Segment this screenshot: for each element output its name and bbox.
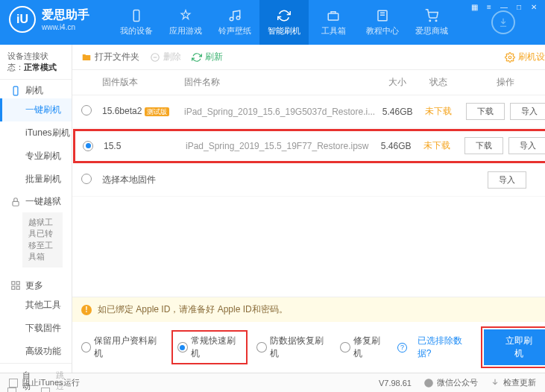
firmware-size: 5.46GB [375, 107, 420, 117]
download-button[interactable]: 下载 [464, 137, 503, 154]
mode-normal-flash[interactable]: 常规快速刷机 [173, 332, 246, 363]
book-icon [375, 8, 390, 23]
sidebar-item-pro-flash[interactable]: 专业刷机 [0, 145, 72, 168]
lock-icon [10, 197, 21, 207]
import-button[interactable]: 导入 [510, 103, 545, 120]
wechat-icon [423, 378, 434, 388]
sidebar-item-advanced[interactable]: 高级功能 [0, 340, 72, 363]
row-radio[interactable] [81, 174, 92, 184]
mode-anti-recovery[interactable]: 防数据恢复刷机 [256, 335, 330, 360]
sidebar-group-flash[interactable]: 刷机 [0, 80, 72, 98]
nav-toolbox[interactable]: 工具箱 [309, 0, 358, 45]
check-update-link[interactable]: 检查更新 [490, 377, 536, 388]
cart-icon [424, 8, 439, 23]
nav-label: 工具箱 [321, 25, 346, 37]
firmware-row-selected[interactable]: 15.5 iPad_Spring_2019_15.5_19F77_Restore… [74, 130, 545, 162]
update-icon [490, 378, 500, 388]
firmware-size: 5.46GB [374, 141, 418, 151]
settings-icon[interactable]: ≡ [482, 1, 496, 12]
version-label: V7.98.61 [379, 379, 412, 388]
help-icon[interactable]: ? [397, 343, 407, 353]
sidebar-group-more[interactable]: 更多 [0, 275, 72, 294]
logo-icon: iU [9, 6, 36, 33]
nav-tutorials[interactable]: 教程中心 [358, 0, 407, 45]
th-status: 状态 [420, 76, 457, 89]
firmware-name: iPad_Spring_2019_15.6_19G5037d_Restore.i… [184, 107, 375, 117]
sidebar-item-batch-flash[interactable]: 批量刷机 [0, 168, 72, 191]
flash-now-button[interactable]: 立即刷机 [484, 329, 545, 365]
firmware-status: 未下载 [418, 139, 456, 152]
svg-point-18 [508, 56, 511, 59]
sidebar-item-itunes-flash[interactable]: iTunes刷机 [0, 121, 72, 145]
sidebar-item-other-tools[interactable]: 其他工具 [0, 294, 72, 317]
maximize-button[interactable]: □ [512, 1, 526, 12]
apps-icon [178, 8, 193, 23]
auto-activate-checkbox[interactable] [7, 388, 16, 392]
open-folder-button[interactable]: 打开文件夹 [81, 51, 139, 63]
nav-store[interactable]: 爱思商城 [407, 0, 456, 45]
exclude-data-link[interactable]: 已选排除数据? [418, 335, 473, 360]
app-title: 爱思助手 [42, 7, 89, 23]
nav-label: 爱思商城 [415, 25, 448, 37]
download-button[interactable]: 下载 [466, 103, 505, 120]
nav-label: 教程中心 [366, 25, 399, 37]
grid-icon [10, 280, 21, 291]
svg-rect-0 [133, 10, 139, 22]
jailbreak-note: 越狱工具已转移至工具箱 [22, 212, 63, 268]
download-indicator[interactable] [491, 10, 515, 34]
firmware-row[interactable]: 15.6beta2测试版 iPad_Spring_2019_15.6_19G50… [72, 95, 545, 128]
svg-point-8 [435, 20, 437, 22]
refresh-icon [192, 52, 202, 63]
info-icon: ! [81, 305, 92, 315]
wechat-link[interactable]: 微信公众号 [423, 377, 478, 388]
app-url: www.i4.cn [42, 23, 89, 31]
close-button[interactable]: ✕ [527, 1, 541, 12]
flash-settings-button[interactable]: 刷机设置 [505, 51, 545, 63]
refresh-button[interactable]: 刷新 [192, 51, 223, 63]
nav-label: 铃声壁纸 [218, 25, 251, 37]
nav-label: 智能刷机 [268, 25, 300, 37]
nav-apps[interactable]: 应用游戏 [161, 0, 210, 45]
beta-badge: 测试版 [145, 107, 169, 116]
refresh-icon [277, 8, 292, 23]
folder-icon [81, 52, 92, 63]
import-button[interactable]: 导入 [488, 171, 526, 189]
nav-my-device[interactable]: 我的设备 [112, 0, 161, 45]
delete-button[interactable]: 删除 [150, 51, 181, 63]
block-itunes-label: 阻止iTunes运行 [22, 377, 80, 388]
mode-repair[interactable]: 修复刷机 [340, 335, 387, 360]
minimize-button[interactable]: — [497, 1, 511, 12]
row-radio[interactable] [83, 141, 93, 151]
toolbox-icon [326, 8, 341, 23]
th-name: 固件名称 [184, 76, 375, 89]
sidebar-group-jailbreak[interactable]: 一键越狱 [0, 191, 72, 209]
svg-point-2 [236, 16, 240, 20]
download-icon [498, 17, 508, 28]
local-firmware-row[interactable]: 选择本地固件 导入 [72, 164, 545, 197]
menu-icon[interactable]: ▦ [467, 1, 481, 12]
mode-keep-data[interactable]: 保留用户资料刷机 [81, 335, 163, 360]
nav-ringtones[interactable]: 铃声壁纸 [210, 0, 259, 45]
block-itunes-checkbox[interactable] [9, 379, 18, 388]
th-size: 大小 [375, 76, 420, 89]
th-version: 固件版本 [102, 76, 184, 89]
svg-rect-13 [12, 286, 15, 289]
device-icon [129, 8, 144, 23]
apple-id-notice: ! 如已绑定 Apple ID，请准备好 Apple ID和密码。 ✕ [72, 297, 545, 322]
svg-rect-12 [16, 282, 19, 285]
app-logo: iU 爱思助手 www.i4.cn [0, 0, 98, 39]
nav-label: 应用游戏 [169, 25, 202, 37]
nav-flash[interactable]: 智能刷机 [259, 0, 309, 45]
sidebar-item-oneclick-flash[interactable]: 一键刷机 [0, 98, 72, 121]
connection-status: 设备连接状态：正常模式 [0, 45, 72, 80]
svg-rect-14 [16, 286, 19, 289]
import-button[interactable]: 导入 [508, 137, 545, 154]
svg-rect-11 [12, 282, 15, 285]
sidebar-item-download-firmware[interactable]: 下载固件 [0, 317, 72, 340]
nav-label: 我的设备 [120, 25, 153, 37]
row-radio[interactable] [81, 105, 92, 116]
delete-icon [150, 52, 160, 63]
th-ops: 操作 [457, 76, 545, 89]
svg-point-1 [230, 17, 233, 21]
firmware-status: 未下载 [420, 105, 457, 118]
